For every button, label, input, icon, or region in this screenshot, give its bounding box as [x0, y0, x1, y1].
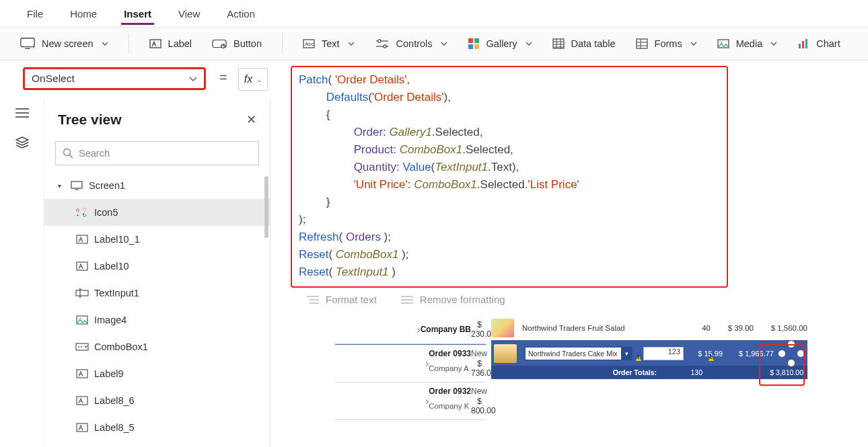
menu-view[interactable]: View	[176, 3, 203, 25]
formula-editor[interactable]: Patch( 'Order Details', Defaults('Order …	[291, 66, 728, 288]
label-insert-text: Label	[168, 38, 192, 49]
insert-label-button[interactable]: Label	[149, 38, 192, 50]
insert-button-button[interactable]: Button	[212, 37, 262, 50]
close-icon[interactable]: ✕	[246, 112, 256, 127]
chevron-down-icon: ⌄	[256, 76, 262, 83]
tree-item-label: Label9	[94, 368, 124, 379]
media-dropdown[interactable]: Media	[717, 38, 778, 50]
svg-point-9	[377, 40, 380, 42]
svg-rect-60	[77, 397, 87, 405]
caret-down-icon: ▾	[58, 182, 65, 190]
label-icon	[75, 234, 89, 245]
tree-item-label9[interactable]: Label9	[44, 360, 270, 387]
label-icon	[149, 38, 161, 50]
quantity-input[interactable]: 123	[643, 347, 684, 360]
ribbon: + New screen Label Button Abc Text Contr…	[0, 27, 868, 60]
svg-point-40	[64, 149, 71, 156]
tree-item-label: Label8_6	[94, 395, 135, 406]
forms-dropdown[interactable]: Forms	[636, 38, 697, 50]
tree-item-image4[interactable]: Image4	[44, 307, 270, 333]
tree-item-label8-6[interactable]: Label8_6	[44, 387, 270, 414]
new-screen-button[interactable]: + New screen	[20, 37, 108, 50]
svg-text:↻: ↻	[82, 212, 87, 218]
hamburger-button[interactable]	[0, 98, 44, 128]
remove-formatting-label: Remove formatting	[420, 294, 505, 305]
menu-action[interactable]: Action	[224, 3, 258, 25]
controls-icon	[375, 37, 390, 50]
menu-insert[interactable]: Insert	[121, 3, 154, 25]
order-company: Company K	[429, 402, 471, 410]
data-table-label: Data table	[571, 38, 616, 49]
tree-item-label10-1[interactable]: Label10_1	[44, 226, 270, 253]
text-dropdown[interactable]: Abc Text	[303, 38, 355, 50]
chevron-down-icon	[690, 40, 697, 47]
product-name: Northwind Traders Fruit Salad	[522, 324, 674, 332]
svg-rect-26	[718, 40, 729, 48]
scrollbar-thumb[interactable]	[264, 176, 268, 238]
label-icon	[75, 261, 89, 272]
property-selector[interactable]: OnSelect	[23, 67, 206, 90]
textinput-icon	[75, 288, 89, 298]
controls-dropdown[interactable]: Controls	[375, 37, 447, 50]
menu-file[interactable]: File	[24, 3, 46, 25]
tree-item-label: ComboBox1	[94, 341, 148, 352]
combobox-value: Northwind Traders Cake Mix	[528, 350, 617, 358]
format-text-button[interactable]: Format text	[307, 294, 377, 305]
unit-price: $ 15.99	[688, 350, 723, 358]
divider	[129, 34, 129, 54]
label-icon	[75, 422, 89, 433]
gallery-label: Gallery	[486, 38, 517, 49]
layers-button[interactable]	[0, 128, 44, 157]
chevron-down-icon: ▾	[621, 348, 632, 360]
tree-item-combobox1[interactable]: ComboBox1	[44, 333, 270, 360]
search-placeholder: Search	[79, 148, 110, 159]
menu-home[interactable]: Home	[67, 3, 100, 25]
tree-item-screen1[interactable]: ▾ Screen1	[44, 172, 270, 199]
svg-rect-48	[77, 235, 87, 243]
tree-item-textinput1[interactable]: TextInput1	[44, 280, 270, 307]
add-icon: ⦸♡+↻	[75, 207, 89, 218]
svg-rect-50	[76, 290, 88, 296]
gallery-icon	[468, 38, 480, 50]
svg-rect-30	[805, 39, 807, 48]
fx-button[interactable]: fx ⌄	[238, 68, 268, 91]
chart-dropdown[interactable]: Chart	[797, 38, 840, 50]
format-lines-icon	[307, 295, 319, 304]
chevron-down-icon	[348, 40, 355, 47]
extended-price: $ 1,560.00	[758, 324, 807, 332]
tree-item-label: Screen1	[89, 180, 125, 191]
gallery-item[interactable]: Company BB $ 230.00 ›	[335, 316, 486, 344]
controls-label: Controls	[396, 38, 433, 49]
divider	[282, 34, 283, 54]
svg-text:+: +	[32, 44, 35, 50]
order-company: Company BB	[421, 325, 471, 334]
tree-item-label8-5[interactable]: Label8_5	[44, 414, 270, 441]
gallery-dropdown[interactable]: Gallery	[468, 38, 532, 50]
tree-item-label: Label10_1	[94, 234, 140, 245]
tree-item-label: Label10	[94, 261, 129, 272]
svg-rect-61	[77, 423, 87, 432]
remove-formatting-button[interactable]: Remove formatting	[401, 294, 505, 305]
format-text-label: Format text	[326, 294, 377, 305]
chevron-down-icon	[770, 40, 777, 47]
forms-label: Forms	[655, 38, 682, 49]
chart-label: Chart	[816, 38, 840, 49]
product-combobox[interactable]: Northwind Traders Cake Mix ▾	[525, 347, 632, 360]
gallery-item[interactable]: Order 0933 New › Company A $ 736.00	[335, 344, 486, 382]
screen-icon	[70, 180, 83, 191]
svg-rect-3	[150, 40, 161, 48]
svg-point-57	[78, 346, 79, 348]
tree-search-input[interactable]: Search	[55, 141, 259, 165]
order-gallery[interactable]: Company BB $ 230.00 › Order 0933 New › C…	[335, 316, 486, 420]
tree-item-label: Image4	[94, 315, 126, 325]
tree-item-icon5[interactable]: ⦸♡+↻ Icon5	[44, 199, 270, 226]
svg-rect-49	[77, 262, 87, 270]
data-table-button[interactable]: Data table	[552, 38, 616, 50]
svg-text:Abc: Abc	[305, 41, 314, 47]
new-screen-label: New screen	[42, 38, 94, 49]
gallery-item[interactable]: Order 0932 New › Company K $ 800.00	[335, 382, 486, 420]
tree-item-label10[interactable]: Label10	[44, 253, 270, 280]
selection-highlight	[759, 344, 805, 386]
tree-view-title: Tree view	[58, 112, 122, 128]
media-icon	[717, 38, 729, 50]
